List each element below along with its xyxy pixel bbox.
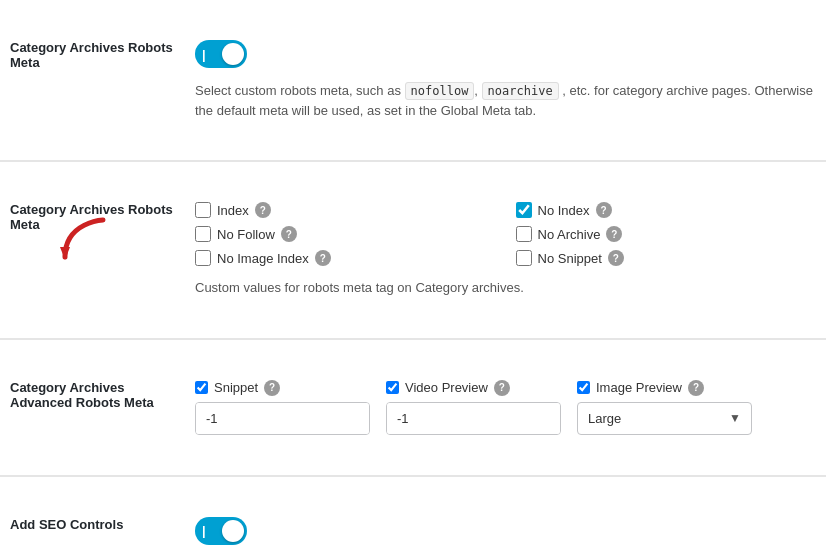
toggle-on-icon-seo: | [202,523,206,538]
toggle-on-icon: | [202,47,206,62]
checkbox-item-nosnippet: No Snippet ? [516,250,817,266]
label-snippet[interactable]: Snippet [214,380,258,395]
checkbox-label-index[interactable]: Index [217,203,249,218]
row-add-seo-controls: Add SEO Controls | Add the SEO Controls … [0,477,826,561]
toggle-track-seo: | [195,517,247,545]
checkbox-grid: Index ? No Index ? No Follow ? No Archiv… [195,202,816,266]
checkbox-video-preview[interactable] [386,381,399,394]
select-arrow-icon: ▼ [719,411,751,425]
toggle-track: | [195,40,247,68]
checkbox-label-noarchive[interactable]: No Archive [538,227,601,242]
checkbox-label-nofollow[interactable]: No Follow [217,227,275,242]
advanced-label-snippet: Snippet ? [195,380,370,396]
help-icon-noimageindex[interactable]: ? [315,250,331,266]
toggle-category-archives[interactable]: | [195,40,247,68]
help-icon-image-preview[interactable]: ? [688,380,704,396]
arrow-annotation [55,212,110,275]
label-category-archives-advanced-robots-meta: Category Archives Advanced Robots Meta [0,360,185,430]
checkbox-item-noarchive: No Archive ? [516,226,817,242]
help-icon-video-preview[interactable]: ? [494,380,510,396]
svg-marker-0 [60,247,70,260]
advanced-label-video-preview: Video Preview ? [386,380,561,396]
checkbox-label-noimageindex[interactable]: No Image Index [217,251,309,266]
content-category-archives-robots-meta-toggle: | Select custom robots meta, such as nof… [185,20,826,140]
label-video-preview[interactable]: Video Preview [405,380,488,395]
advanced-label-image-preview: Image Preview ? [577,380,752,396]
row-category-archives-robots-meta-checkboxes: Category Archives Robots Meta Index ? No… [0,162,826,339]
code-nofollow: nofollow [405,82,475,100]
help-icon-snippet[interactable]: ? [264,380,280,396]
checkbox-item-index: Index ? [195,202,496,218]
row-category-archives-advanced-robots-meta: Category Archives Advanced Robots Meta S… [0,340,826,476]
video-preview-number-input-wrapper: ▲ ▼ [386,402,561,435]
checkbox-nofollow[interactable] [195,226,211,242]
custom-values-description: Custom values for robots meta tag on Cat… [195,278,816,298]
help-icon-noarchive[interactable]: ? [606,226,622,242]
checkbox-noarchive[interactable] [516,226,532,242]
image-preview-select-wrapper: Large None Standard ▼ [577,402,752,435]
video-preview-number-input[interactable] [387,403,561,434]
advanced-item-video-preview: Video Preview ? ▲ ▼ [386,380,561,435]
toggle-thumb-seo [222,520,244,542]
checkbox-index[interactable] [195,202,211,218]
label-category-archives-robots-meta-toggle: Category Archives Robots Meta [0,20,185,90]
help-icon-nosnippet[interactable]: ? [608,250,624,266]
advanced-items-row: Snippet ? ▲ ▼ Video Preview ? [195,380,816,435]
label-add-seo-controls: Add SEO Controls [0,497,185,552]
help-icon-index[interactable]: ? [255,202,271,218]
content-category-archives-robots-meta-checkboxes: Index ? No Index ? No Follow ? No Archiv… [185,182,826,318]
toggle-thumb [222,43,244,65]
content-category-archives-advanced-robots-meta: Snippet ? ▲ ▼ Video Preview ? [185,360,826,455]
checkbox-item-noindex: No Index ? [516,202,817,218]
code-noarchive: noarchive [482,82,559,100]
help-icon-nofollow[interactable]: ? [281,226,297,242]
snippet-number-input[interactable] [196,403,370,434]
help-icon-noindex[interactable]: ? [596,202,612,218]
checkbox-nosnippet[interactable] [516,250,532,266]
content-add-seo-controls: | Add the SEO Controls for the term edit… [185,497,826,561]
image-preview-select[interactable]: Large None Standard [578,403,719,434]
checkbox-label-nosnippet[interactable]: No Snippet [538,251,602,266]
checkbox-image-preview[interactable] [577,381,590,394]
row-category-archives-robots-meta-toggle: Category Archives Robots Meta | Select c… [0,0,826,161]
checkbox-label-noindex[interactable]: No Index [538,203,590,218]
snippet-number-input-wrapper: ▲ ▼ [195,402,370,435]
advanced-item-snippet: Snippet ? ▲ ▼ [195,380,370,435]
checkbox-snippet[interactable] [195,381,208,394]
checkbox-item-noimageindex: No Image Index ? [195,250,496,266]
checkbox-item-nofollow: No Follow ? [195,226,496,242]
label-image-preview[interactable]: Image Preview [596,380,682,395]
label-category-archives-robots-meta-checkboxes: Category Archives Robots Meta [0,182,185,252]
toggle-seo-controls[interactable]: | [195,517,247,545]
checkbox-noindex[interactable] [516,202,532,218]
toggle-description: Select custom robots meta, such as nofol… [195,81,816,120]
checkbox-noimageindex[interactable] [195,250,211,266]
advanced-item-image-preview: Image Preview ? Large None Standard ▼ [577,380,752,435]
